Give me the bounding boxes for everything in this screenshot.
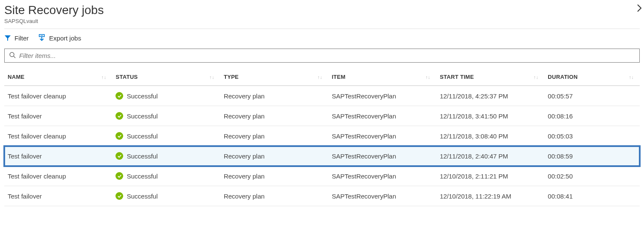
cell-start-time: 12/11/2018, 4:25:37 PM	[436, 86, 544, 106]
status-text: Successful	[127, 132, 158, 140]
filter-items-input[interactable]	[16, 52, 635, 60]
cell-item: SAPTestRecoveryPlan	[328, 186, 436, 206]
cell-start-time: 12/11/2018, 3:08:40 PM	[436, 126, 544, 146]
cell-item: SAPTestRecoveryPlan	[328, 166, 436, 186]
column-header-duration[interactable]: DURATION ↑↓	[544, 69, 640, 86]
cell-status: Successful	[112, 126, 220, 146]
cell-name: Test failover cleanup	[4, 166, 112, 186]
cell-item: SAPTestRecoveryPlan	[328, 86, 436, 106]
expand-chevron-icon[interactable]	[636, 3, 642, 14]
sort-icon: ↑↓	[629, 75, 634, 79]
column-header-start-time[interactable]: START TIME ↑↓	[436, 69, 544, 86]
page-subtitle: SAPSQLvault	[4, 18, 640, 24]
cell-duration: 00:08:59	[544, 146, 640, 166]
cell-status: Successful	[112, 186, 220, 206]
cell-status: Successful	[112, 86, 220, 106]
sort-icon: ↑↓	[101, 75, 107, 79]
filter-button[interactable]: Filter	[4, 35, 29, 42]
table-row[interactable]: Test failoverSuccessfulRecovery planSAPT…	[4, 106, 640, 126]
status-text: Successful	[127, 92, 158, 100]
cell-type: Recovery plan	[220, 166, 328, 186]
cell-start-time: 12/10/2018, 2:11:21 PM	[436, 166, 544, 186]
status-text: Successful	[127, 173, 158, 180]
success-check-icon	[116, 172, 123, 180]
filter-button-label: Filter	[14, 35, 29, 42]
table-row[interactable]: Test failover cleanupSuccessfulRecovery …	[4, 126, 640, 146]
export-jobs-button-label: Export jobs	[49, 35, 81, 42]
status-text: Successful	[127, 153, 158, 160]
cell-type: Recovery plan	[220, 106, 328, 126]
success-check-icon	[116, 132, 123, 140]
cell-name: Test failover cleanup	[4, 86, 112, 106]
export-icon	[38, 34, 46, 42]
cell-duration: 00:08:41	[544, 186, 640, 206]
status-text: Successful	[127, 193, 158, 200]
cell-type: Recovery plan	[220, 146, 328, 166]
table-row[interactable]: Test failover cleanupSuccessfulRecovery …	[4, 86, 640, 106]
filter-items-box[interactable]	[4, 49, 640, 63]
cell-status: Successful	[112, 166, 220, 186]
page-title: Site Recovery jobs	[4, 3, 640, 17]
table-row[interactable]: Test failover cleanupSuccessfulRecovery …	[4, 166, 640, 186]
sort-icon: ↑↓	[534, 75, 539, 79]
export-jobs-button[interactable]: Export jobs	[38, 34, 81, 42]
cell-type: Recovery plan	[220, 186, 328, 206]
cell-duration: 00:02:50	[544, 166, 640, 186]
toolbar: Filter Export jobs	[4, 29, 640, 49]
column-header-name[interactable]: NAME ↑↓	[4, 69, 112, 86]
table-row[interactable]: Test failoverSuccessfulRecovery planSAPT…	[4, 186, 640, 206]
column-header-type[interactable]: TYPE ↑↓	[220, 69, 328, 86]
cell-name: Test failover	[4, 186, 112, 206]
table-row[interactable]: Test failoverSuccessfulRecovery planSAPT…	[4, 146, 640, 166]
cell-item: SAPTestRecoveryPlan	[328, 106, 436, 126]
success-check-icon	[116, 112, 123, 120]
cell-start-time: 12/10/2018, 11:22:19 AM	[436, 186, 544, 206]
cell-type: Recovery plan	[220, 86, 328, 106]
jobs-table: NAME ↑↓ STATUS ↑↓ TYPE ↑↓ ITEM ↑↓ START …	[4, 69, 640, 206]
success-check-icon	[116, 192, 123, 200]
column-header-status[interactable]: STATUS ↑↓	[112, 69, 220, 86]
status-text: Successful	[127, 112, 158, 120]
filter-icon	[4, 35, 11, 41]
cell-start-time: 12/11/2018, 3:41:50 PM	[436, 106, 544, 126]
cell-duration: 00:05:03	[544, 126, 640, 146]
svg-point-2	[10, 52, 14, 57]
success-check-icon	[116, 152, 123, 160]
svg-line-3	[14, 56, 15, 58]
cell-item: SAPTestRecoveryPlan	[328, 146, 436, 166]
cell-name: Test failover	[4, 106, 112, 126]
cell-start-time: 12/11/2018, 2:40:47 PM	[436, 146, 544, 166]
cell-name: Test failover cleanup	[4, 126, 112, 146]
success-check-icon	[116, 92, 123, 100]
cell-duration: 00:08:16	[544, 106, 640, 126]
column-header-item[interactable]: ITEM ↑↓	[328, 69, 436, 86]
sort-icon: ↑↓	[425, 75, 430, 79]
cell-name: Test failover	[4, 146, 112, 166]
sort-icon: ↑↓	[209, 75, 214, 79]
cell-type: Recovery plan	[220, 126, 328, 146]
cell-status: Successful	[112, 146, 220, 166]
search-icon	[9, 52, 16, 60]
cell-duration: 00:05:57	[544, 86, 640, 106]
cell-item: SAPTestRecoveryPlan	[328, 126, 436, 146]
cell-status: Successful	[112, 106, 220, 126]
sort-icon: ↑↓	[318, 75, 323, 79]
